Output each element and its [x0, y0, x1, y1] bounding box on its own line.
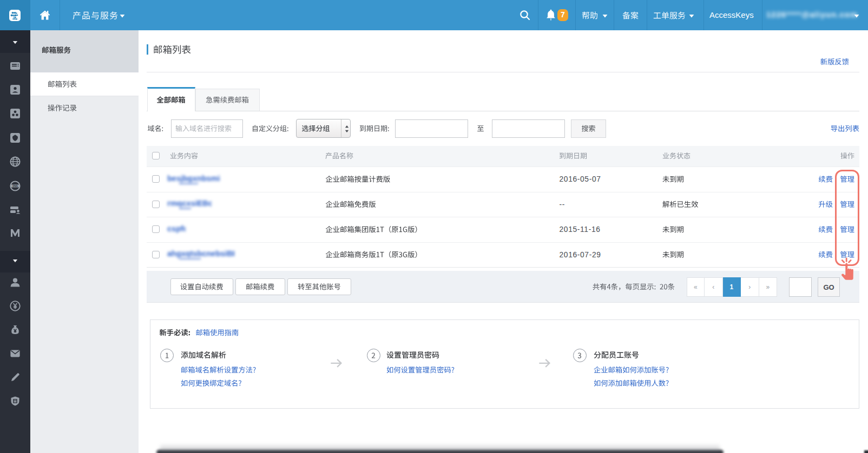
svg-text:DNS: DNS — [12, 184, 18, 187]
